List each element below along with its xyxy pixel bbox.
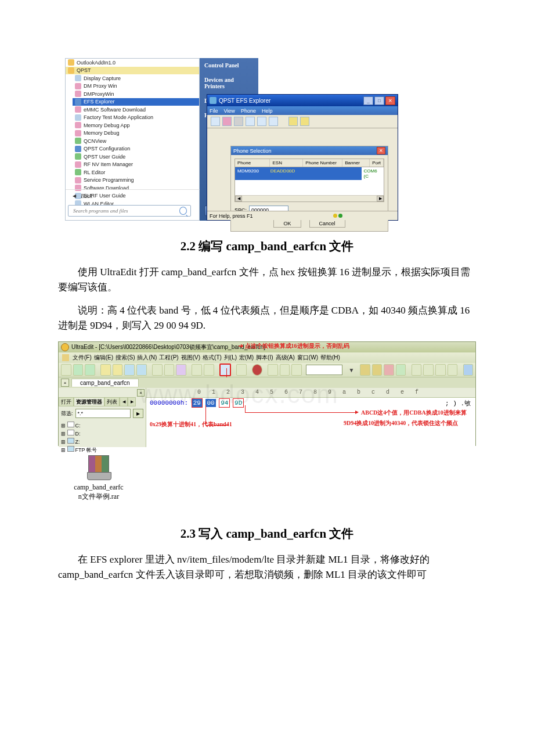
search-input[interactable] xyxy=(72,207,179,214)
tree-item[interactable]: ⊞ Z: xyxy=(61,438,143,446)
tree-item[interactable]: ⊞ FTP 帐号 xyxy=(61,446,143,454)
hex-editor-area[interactable]: 0 1 2 3 4 5 6 7 8 9 a b c xyxy=(146,388,475,447)
tree-item[interactable]: ⊞ C: xyxy=(61,422,143,430)
toolbar-button[interactable] xyxy=(236,364,247,376)
sm-item[interactable]: Factory Test Mode Application xyxy=(73,114,199,122)
toolbar-button[interactable] xyxy=(372,364,383,376)
menu-help[interactable]: Help xyxy=(262,108,273,114)
menu-macro[interactable]: 宏(M) xyxy=(239,354,254,362)
sm-item[interactable]: Service Programming xyxy=(73,177,199,185)
close-icon[interactable]: ✕ xyxy=(377,147,385,154)
menu-file[interactable]: 文件(F) xyxy=(73,354,92,362)
sm-item-efs-explorer[interactable]: EFS Explorer xyxy=(73,98,199,106)
cancel-button[interactable]: Cancel xyxy=(309,219,345,228)
menu-insert[interactable]: 插入(N) xyxy=(137,354,157,362)
hex-toggle-button[interactable] xyxy=(219,363,231,376)
efs-title-bar[interactable]: QPST EFS Explorer _ □ ✕ xyxy=(207,95,398,106)
toolbar-button[interactable] xyxy=(136,364,147,376)
sm-item[interactable]: DM Proxy Win xyxy=(73,82,199,91)
toolbar-button[interactable] xyxy=(423,364,434,376)
toolbar-button[interactable] xyxy=(204,364,214,376)
grid-scrollbar[interactable]: ◀▶ xyxy=(235,195,384,201)
toolbar-button[interactable] xyxy=(269,117,278,126)
devices-printers-link[interactable]: Devices and Printers xyxy=(200,73,258,93)
menu-column[interactable]: 列(L) xyxy=(224,354,237,362)
toolbar-button[interactable] xyxy=(463,364,474,376)
sm-item[interactable]: eMMC Software Download xyxy=(73,106,199,114)
copy-button[interactable] xyxy=(280,364,290,376)
sm-item[interactable]: Memory Debug xyxy=(73,129,199,138)
maximize-button[interactable]: □ xyxy=(374,96,384,105)
toolbar-button[interactable] xyxy=(85,364,95,376)
toolbar-button[interactable] xyxy=(412,364,422,376)
menu-script[interactable]: 脚本(I) xyxy=(256,354,273,362)
filter-go-button[interactable]: ▶ xyxy=(133,409,143,418)
sm-item[interactable]: RL Editor xyxy=(73,168,199,177)
sm-item[interactable]: Display Capture xyxy=(73,74,199,82)
sm-item[interactable]: Memory Debug App xyxy=(73,121,199,129)
toolbar-button[interactable] xyxy=(257,117,266,126)
toolbar-button[interactable] xyxy=(152,364,163,376)
phone-sel-title[interactable]: Phone Selection ✕ xyxy=(231,146,388,155)
toolbar-button[interactable] xyxy=(100,364,111,376)
toolbar-button[interactable] xyxy=(288,117,298,126)
minimize-button[interactable]: _ xyxy=(363,96,373,105)
toolbar-button[interactable] xyxy=(61,364,71,376)
toolbar-button[interactable] xyxy=(234,117,243,126)
sidebar-tab-list[interactable]: 列表 xyxy=(104,397,120,406)
toolbar-button[interactable] xyxy=(124,364,135,376)
sm-item[interactable]: DMProxyWin xyxy=(73,90,199,98)
sidebar-tab-right-icon[interactable]: ▶ xyxy=(128,397,136,406)
start-folder-qpst[interactable]: QPST xyxy=(66,67,199,75)
ok-button[interactable]: OK xyxy=(273,219,301,228)
paste-button[interactable] xyxy=(291,364,302,376)
sidebar-tab-explorer[interactable]: 资源管理器 xyxy=(74,397,104,406)
find-button[interactable] xyxy=(360,364,370,376)
menu-view[interactable]: View xyxy=(224,108,235,114)
toolbar-button[interactable] xyxy=(384,364,394,376)
sidebar-close-icon[interactable]: × xyxy=(137,389,145,397)
sidebar-tab-left-icon[interactable]: ◀ xyxy=(120,397,128,406)
menu-phone[interactable]: Phone xyxy=(241,108,256,114)
menu-file[interactable]: File xyxy=(210,108,218,114)
sidebar-tab-open[interactable]: 打开 xyxy=(59,397,74,406)
example-rar-file[interactable]: camp_band_earfc n文件举例.rar xyxy=(64,455,134,502)
toolbar-button[interactable] xyxy=(211,117,220,126)
menu-advanced[interactable]: 高级(A) xyxy=(276,354,295,362)
hex-line-0[interactable]: 00000000h: 29 00 94 9D ; ) .敂 xyxy=(146,398,475,407)
close-button[interactable]: ✕ xyxy=(385,96,395,105)
help-icon[interactable] xyxy=(300,117,309,126)
toolbar-button[interactable] xyxy=(73,364,84,376)
sm-item[interactable]: RF NV Item Manager xyxy=(73,161,199,169)
sm-item[interactable]: QPST Configuration xyxy=(73,145,199,153)
toolbar-button[interactable] xyxy=(252,364,262,376)
tree-item[interactable]: ⊞ D: xyxy=(61,430,143,438)
toolbar-button[interactable] xyxy=(396,364,406,376)
menu-help[interactable]: 帮助(H) xyxy=(320,354,340,362)
sm-item[interactable]: QPST User Guide xyxy=(73,153,199,161)
start-folder-outlook[interactable]: OutlookAddIn1.0 xyxy=(66,59,199,67)
toolbar-button[interactable] xyxy=(222,117,232,126)
toolbar-button[interactable] xyxy=(192,364,202,376)
menu-window[interactable]: 窗口(W) xyxy=(297,354,318,362)
menu-edit[interactable]: 编辑(E) xyxy=(94,354,113,362)
menu-search[interactable]: 搜索(S) xyxy=(116,354,135,362)
menu-project[interactable]: 工程(P) xyxy=(159,354,178,362)
filter-input[interactable]: *.* xyxy=(75,409,131,418)
toolbar-dropdown[interactable] xyxy=(306,365,342,375)
toolbar-button[interactable] xyxy=(435,364,446,376)
control-panel-link[interactable]: Control Panel xyxy=(200,58,258,73)
sm-item[interactable]: QCNView xyxy=(73,137,199,145)
menu-format[interactable]: 格式(T) xyxy=(203,354,222,362)
close-tab-icon[interactable]: × xyxy=(61,379,69,387)
back-button[interactable]: Back xyxy=(66,189,200,202)
phone-row[interactable]: MDM9200 DEADD00D COM6 (C xyxy=(235,167,384,180)
toolbar-button[interactable] xyxy=(448,364,458,376)
toolbar-button[interactable] xyxy=(113,364,123,376)
file-tab[interactable]: camp_band_earfcn xyxy=(71,379,139,387)
cut-button[interactable] xyxy=(268,364,278,376)
toolbar-button[interactable] xyxy=(246,117,255,126)
toolbar-button[interactable] xyxy=(176,364,186,376)
toolbar-button[interactable] xyxy=(164,364,175,376)
menu-view[interactable]: 视图(V) xyxy=(181,354,200,362)
